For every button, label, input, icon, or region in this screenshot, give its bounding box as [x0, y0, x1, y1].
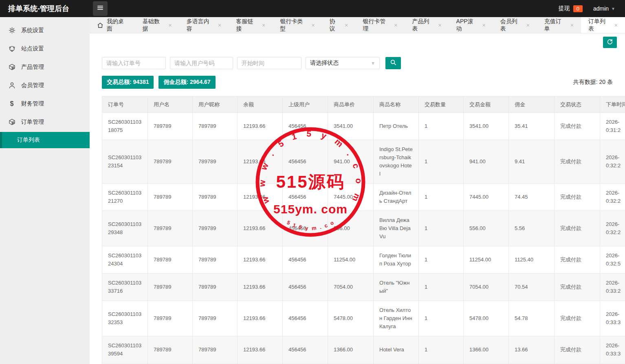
caret-down-icon: ▼ — [611, 7, 615, 11]
cell-product_name: Вилла Дежа Вю Villa Deja Vu — [374, 211, 419, 246]
withdraw-label: 提现 — [559, 5, 570, 12]
tab-label: 银行卡类型 — [280, 18, 306, 33]
tab-5[interactable]: 协议 × — [322, 17, 356, 33]
tab-bar: 我的桌面 基础数据 × 多语言内容 × 客服链接 × 银行卡类型 × 协议 × — [90, 17, 625, 33]
refresh-button[interactable] — [603, 37, 617, 48]
close-icon[interactable]: × — [394, 22, 397, 29]
chevron-left-icon — [77, 28, 81, 33]
cell-username: 789789 — [148, 274, 193, 301]
dollar-icon: $ — [8, 100, 15, 107]
refresh-icon — [607, 39, 613, 46]
cell-status: 完成付款 — [555, 140, 600, 184]
close-icon[interactable]: × — [218, 22, 221, 29]
admin-user-menu[interactable]: admin ▼ — [593, 5, 615, 12]
cell-amount: 3541.00 — [464, 113, 509, 140]
cell-balance: 12193.66 — [238, 336, 283, 364]
cell-username: 789789 — [148, 113, 193, 140]
cell-balance: 12193.66 — [238, 246, 283, 274]
column-header: 用户昵称 — [193, 96, 238, 113]
cell-order-date: 2026- 0:33:3 — [600, 301, 625, 336]
search-button[interactable] — [385, 57, 401, 69]
close-icon[interactable]: × — [169, 22, 172, 29]
sidebar-item[interactable]: 站点设置 — [0, 41, 90, 56]
cell-unit_price: 1366.00 — [328, 336, 374, 364]
column-header: 商品名称 — [374, 96, 419, 113]
close-icon[interactable]: × — [526, 22, 530, 29]
tab-label: APP滚动 — [456, 18, 478, 33]
table-row: SC2603011032127078978978978912193.664564… — [102, 184, 625, 211]
cell-amount: 11254.00 — [464, 246, 509, 274]
tab-1[interactable]: 基础数据 × — [135, 17, 179, 33]
cube-icon — [8, 64, 15, 71]
sidebar: 系统设置 站点设置 产品管理 会员管理 $ 财务管理 订单管理 订单列表 — [0, 17, 90, 364]
cell-commission: 74.45 — [509, 184, 555, 211]
column-header: 交易状态 — [555, 96, 600, 113]
cell-balance: 12193.66 — [238, 113, 283, 140]
tab-label: 我的桌面 — [107, 18, 128, 33]
sidebar-item-label: 产品管理 — [21, 64, 44, 71]
cell-order_no: SC26030110324304 — [102, 246, 148, 274]
close-icon[interactable]: × — [311, 22, 315, 29]
sidebar-item[interactable]: 产品管理 — [0, 59, 90, 75]
close-icon[interactable]: × — [262, 22, 265, 29]
orders-table-container: 订单号用户名用户昵称余额上级用户商品单价商品名称交易数量交易金额佣金交易状态下单… — [102, 96, 625, 364]
chevron-down-icon: ▼ — [371, 61, 375, 66]
column-header: 佣金 — [509, 96, 555, 113]
sidebar-subitem-label: 订单列表 — [17, 136, 40, 144]
cell-commission: 1125.40 — [509, 246, 555, 274]
tab-10[interactable]: 充值订单 × — [537, 17, 581, 33]
close-icon[interactable]: × — [345, 22, 348, 29]
sidebar-item[interactable]: 会员管理 — [0, 78, 90, 93]
close-icon[interactable]: × — [614, 22, 618, 29]
total-count-label: 共有数据: 20 条 — [573, 79, 613, 86]
sidebar-toggle-button[interactable] — [93, 1, 108, 16]
cell-order-date: 2026- 0:32:2 — [600, 211, 625, 246]
tab-7[interactable]: 产品列表 × — [405, 17, 449, 33]
tab-9[interactable]: 会员列表 × — [493, 17, 537, 33]
sidebar-item[interactable]: $ 财务管理 — [0, 96, 90, 111]
tab-2[interactable]: 多语言内容 × — [179, 17, 229, 33]
status-select-value: 请选择状态 — [310, 59, 339, 67]
order-number-input[interactable] — [102, 57, 166, 69]
cell-status: 完成付款 — [555, 211, 600, 246]
close-icon[interactable]: × — [438, 22, 441, 29]
tab-3[interactable]: 客服链接 × — [229, 17, 273, 33]
close-icon[interactable]: × — [570, 22, 574, 29]
cell-username: 789789 — [148, 336, 193, 364]
cell-parent_user: 456456 — [283, 246, 328, 274]
tab-0[interactable]: 我的桌面 — [90, 17, 135, 33]
cell-order_no: SC26030110329348 — [102, 211, 148, 246]
sidebar-item[interactable]: 系统设置 — [0, 23, 90, 38]
cell-balance: 12193.66 — [238, 211, 283, 246]
cell-quantity: 1 — [419, 113, 464, 140]
chevron-left-icon — [77, 101, 81, 106]
site-icon — [8, 45, 15, 53]
cell-nickname: 789789 — [193, 274, 238, 301]
cell-order-date: 2026- 0:33:2 — [600, 274, 625, 301]
table-row: SC2603011033959478978978978912193.664564… — [102, 336, 625, 364]
withdraw-button[interactable]: 提现 0 — [559, 5, 583, 12]
tab-4[interactable]: 银行卡类型 × — [273, 17, 322, 33]
column-header: 商品单价 — [328, 96, 374, 113]
start-time-input[interactable] — [237, 57, 301, 69]
close-icon[interactable]: × — [482, 22, 486, 29]
cell-nickname: 789789 — [193, 113, 238, 140]
tab-label: 多语言内容 — [187, 18, 213, 33]
tab-label: 订单列表 — [588, 18, 610, 33]
user-number-input[interactable] — [170, 57, 233, 69]
app-title: 排单系统-管理后台 — [0, 4, 90, 13]
menu-icon — [97, 4, 104, 13]
cell-nickname: 789789 — [193, 246, 238, 274]
status-select[interactable]: 请选择状态 ▼ — [306, 57, 380, 69]
sidebar-subitem-order-list[interactable]: 订单列表 — [0, 132, 90, 148]
tab-6[interactable]: 银行卡管理 × — [355, 17, 405, 33]
trade-total-badge: 交易总额: 94381 — [102, 76, 154, 89]
cell-commission: 5.56 — [509, 211, 555, 246]
table-row: SC2603011032430478978978978912193.664564… — [102, 246, 625, 274]
sidebar-item[interactable]: 订单管理 — [0, 114, 90, 129]
cell-commission: 35.41 — [509, 113, 555, 140]
tab-11[interactable]: 订单列表 × — [581, 17, 625, 33]
tab-8[interactable]: APP滚动 × — [449, 17, 493, 33]
tab-label: 产品列表 — [412, 18, 434, 33]
column-header: 订单号 — [102, 96, 148, 113]
